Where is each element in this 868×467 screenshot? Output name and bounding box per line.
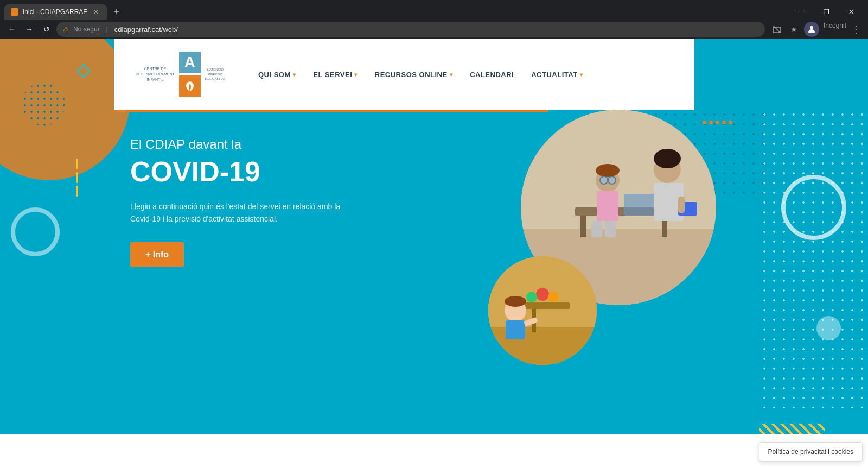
logo-area[interactable]: CENTRE DEDESENVOLUPAMENTINFANTIL A L'ATE… <box>136 52 226 97</box>
svg-point-27 <box>548 292 559 302</box>
logo-text-block: CENTRE DEDESENVOLUPAMENTINFANTIL <box>136 66 175 82</box>
logo-a-block: A <box>179 52 201 73</box>
site-header-wrapper: CENTRE DEDESENVOLUPAMENTINFANTIL A L'ATE… <box>0 39 868 110</box>
browser-actions: ★ Incògnit ⋮ <box>769 22 864 37</box>
logo-garraf-text: L'ATENCIÓPRECOÇDEL GARRAF <box>205 67 226 81</box>
tab-favicon <box>11 8 18 16</box>
hero-title: COVID-19 <box>130 156 358 187</box>
svg-rect-30 <box>506 320 525 339</box>
deco-dots-right <box>760 110 868 408</box>
window-controls: — ❐ ✕ <box>789 2 864 22</box>
main-nav: QUI SOM ▾ EL SERVEI ▾ RECURSOS ONLINE ▾ … <box>258 71 583 79</box>
hero-description: Llegiu a continuació quin és l'estat del… <box>130 200 358 225</box>
site-header: CENTRE DEDESENVOLUPAMENTINFANTIL A L'ATE… <box>114 39 694 110</box>
back-button[interactable]: ← <box>4 22 20 37</box>
close-button[interactable]: ✕ <box>839 2 864 22</box>
deco-small-circle-right <box>816 316 841 340</box>
security-icon: ⚠ <box>63 26 69 33</box>
nav-item-calendari[interactable]: CALENDARI <box>470 71 514 79</box>
svg-point-13 <box>600 176 608 184</box>
url-text: cdiapgarraf.cat/web/ <box>114 26 178 34</box>
website: El CDIAP davant la COVID-19 Llegiu a con… <box>0 39 868 467</box>
logo-blocks: A <box>179 52 201 97</box>
deco-circle-outline-left <box>11 207 60 256</box>
svg-rect-25 <box>521 302 570 309</box>
svg-point-31 <box>505 296 526 307</box>
profile-button[interactable] <box>804 22 819 37</box>
svg-rect-23 <box>488 327 597 365</box>
incognito-label: Incògnit <box>824 22 846 37</box>
deco-circle-outline-right <box>781 175 846 240</box>
nav-label-recursos-online: RECURSOS ONLINE <box>375 71 448 79</box>
bookmark-button[interactable]: ★ <box>787 22 802 37</box>
image-placeholder-small <box>488 256 597 365</box>
svg-rect-9 <box>597 191 618 221</box>
cookie-banner[interactable]: Política de privacitat i cookies <box>759 442 863 462</box>
svg-rect-21 <box>678 197 685 213</box>
browser-chrome: Inici - CDIAPGARRAF ✕ + — ❐ ✕ ← → ↺ ⚠ No… <box>0 0 868 39</box>
nav-item-el-servei[interactable]: EL SERVEI ▾ <box>313 71 357 79</box>
svg-rect-11 <box>605 221 616 237</box>
below-hero-section <box>0 434 868 467</box>
nav-arrow-el-servei: ▾ <box>354 72 358 78</box>
svg-point-2 <box>810 26 813 29</box>
header-underline <box>114 110 548 112</box>
svg-point-28 <box>526 292 537 302</box>
nav-item-qui-som[interactable]: QUI SOM ▾ <box>258 71 296 79</box>
svg-rect-6 <box>580 216 586 237</box>
address-bar[interactable]: ⚠ No segur | cdiapgarraf.cat/web/ <box>56 22 765 37</box>
tab-bar: Inici - CDIAPGARRAF ✕ + — ❐ ✕ <box>0 0 868 20</box>
deco-lines-left <box>76 159 78 197</box>
maximize-button[interactable]: ❐ <box>814 2 839 22</box>
svg-point-14 <box>608 176 616 184</box>
url-separator: | <box>106 26 108 33</box>
hero-image-small <box>488 256 597 365</box>
deco-line-1 <box>76 159 78 169</box>
menu-button[interactable]: ⋮ <box>848 22 864 37</box>
address-bar-row: ← → ↺ ⚠ No segur | cdiapgarraf.cat/web/ … <box>0 20 868 39</box>
active-tab[interactable]: Inici - CDIAPGARRAF ✕ <box>4 4 107 20</box>
svg-rect-16 <box>624 194 656 216</box>
svg-point-12 <box>596 164 620 177</box>
tab-close-button[interactable]: ✕ <box>92 8 100 16</box>
hero-images <box>477 110 749 381</box>
nav-label-qui-som: QUI SOM <box>258 71 291 79</box>
nav-menu: QUI SOM ▾ EL SERVEI ▾ RECURSOS ONLINE ▾ … <box>258 71 583 79</box>
nav-item-actualitat[interactable]: ACTUALITAT ▾ <box>531 71 583 79</box>
nav-label-actualitat: ACTUALITAT <box>531 71 577 79</box>
forward-button[interactable]: → <box>22 22 37 37</box>
logo-orange-block <box>179 75 201 97</box>
cookie-banner-text: Política de privacitat i cookies <box>768 448 853 456</box>
security-label: No segur <box>73 26 100 33</box>
minimize-button[interactable]: — <box>789 2 814 22</box>
svg-point-26 <box>536 288 549 301</box>
nav-label-el-servei: EL SERVEI <box>313 71 352 79</box>
svg-point-19 <box>654 149 681 168</box>
deco-line-2 <box>76 172 78 183</box>
hero-content: El CDIAP davant la COVID-19 Llegiu a con… <box>130 137 358 267</box>
nav-item-recursos-online[interactable]: RECURSOS ONLINE ▾ <box>375 71 452 79</box>
info-button[interactable]: + Info <box>130 242 184 267</box>
logo-letter: A <box>184 54 195 71</box>
nav-arrow-actualitat: ▾ <box>580 72 583 78</box>
logo-subtext: L'ATENCIÓPRECOÇDEL GARRAF <box>205 67 226 81</box>
camera-off-button[interactable] <box>769 22 784 37</box>
tab-title: Inici - CDIAPGARRAF <box>23 8 87 16</box>
deco-line-3 <box>76 186 78 197</box>
svg-rect-10 <box>591 221 602 237</box>
new-tab-button[interactable]: + <box>109 4 124 20</box>
refresh-button[interactable]: ↺ <box>39 22 54 37</box>
nav-arrow-recursos: ▾ <box>450 72 453 78</box>
hero-subtitle: El CDIAP davant la <box>130 137 358 152</box>
logo-text: CENTRE DEDESENVOLUPAMENTINFANTIL <box>136 66 175 82</box>
nav-arrow-qui-som: ▾ <box>293 72 296 78</box>
nav-label-calendari: CALENDARI <box>470 71 514 79</box>
